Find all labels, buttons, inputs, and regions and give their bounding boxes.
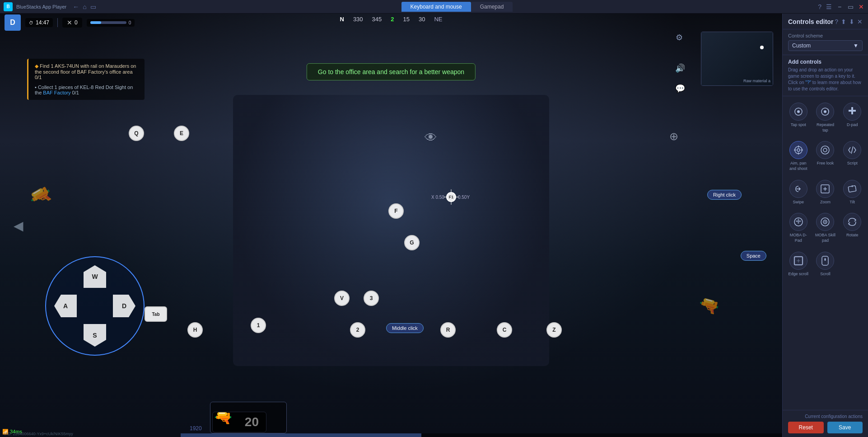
hud-timer: ⏱ 14:47: [25, 18, 53, 27]
ctrl-item-script[interactable]: Script: [840, 138, 864, 174]
controls-panel: Controls editor ? ⬆ ⬇ ✕ Control scheme C…: [782, 14, 868, 437]
maximize-button[interactable]: ▭: [847, 4, 854, 10]
moba-dpad-icon: [789, 213, 807, 231]
e-key-button[interactable]: E: [174, 126, 189, 141]
right-click-button[interactable]: Right click: [707, 190, 742, 200]
minimap-content: Raw material a: [701, 32, 773, 85]
reset-button[interactable]: Reset: [788, 422, 824, 433]
panel-footer: Current configuration actions Reset Save: [783, 410, 868, 437]
help-icon[interactable]: ?: [818, 3, 821, 10]
help-panel-icon[interactable]: ?: [835, 18, 838, 25]
close-button[interactable]: ✕: [858, 4, 864, 10]
ctrl-item-edge-scroll[interactable]: Edge scroll: [786, 249, 811, 280]
player-avatar: D: [5, 14, 21, 31]
tap-spot-icon: [789, 103, 807, 121]
control-grid: Tap spot Repeated tap: [783, 96, 868, 410]
ctrl-item-scroll[interactable]: Scroll: [813, 249, 838, 280]
svg-point-21: [825, 221, 826, 223]
tilt-label: Tilt: [849, 200, 855, 205]
num1-key-button[interactable]: 1: [251, 318, 266, 333]
rotate-icon: [843, 213, 861, 231]
export-icon[interactable]: ⬇: [849, 18, 854, 25]
z-key-button[interactable]: Z: [546, 322, 562, 338]
h-key-button[interactable]: H: [187, 322, 203, 338]
swipe-icon: [789, 180, 807, 198]
close-panel-icon[interactable]: ✕: [857, 18, 863, 25]
f-key-button[interactable]: F: [388, 203, 404, 219]
num2-key-button[interactable]: 2: [350, 322, 365, 338]
center-message: Go to the office area and search for a b…: [307, 63, 476, 80]
compass-2: 2: [391, 16, 394, 23]
repeated-tap-label: Repeated tap: [815, 122, 836, 133]
ctrl-item-zoom[interactable]: Zoom: [813, 177, 838, 208]
minimap-label: Raw material a: [743, 79, 770, 83]
menu-icon[interactable]: ☰: [826, 3, 832, 10]
weapon-slot[interactable]: 🔫: [210, 402, 287, 433]
add-controls-desc: Drag and drop an action on your game scr…: [788, 67, 863, 92]
minimap-player-dot: [760, 46, 764, 49]
quest-panel: ◆ Find 1 AKS-74UN with rail on Marauders…: [27, 59, 145, 100]
r-key-button[interactable]: R: [440, 322, 456, 338]
tab-gamepad[interactable]: Gamepad: [471, 2, 513, 12]
tab-key-button[interactable]: Tab: [145, 306, 167, 322]
edge-scroll-icon: [789, 252, 807, 270]
ctrl-item-free-look[interactable]: Free look: [813, 138, 838, 174]
uid-bar: UID: 2284006640-Yx9+cUk/NIK55myy: [0, 431, 77, 437]
num3-key-button[interactable]: 3: [364, 291, 379, 306]
ctrl-item-rotate[interactable]: Rotate: [840, 210, 864, 246]
g-key-button[interactable]: G: [404, 235, 420, 250]
ctrl-item-moba-dpad[interactable]: MOBA D-Pad: [786, 210, 811, 246]
scheme-row: Control scheme Custom ▼: [783, 29, 868, 55]
import-icon[interactable]: ⬆: [841, 18, 846, 25]
svg-point-3: [824, 110, 826, 113]
game-settings-icon[interactable]: ⚙: [676, 33, 683, 42]
ctrl-item-dpad[interactable]: D-pad: [840, 100, 864, 136]
home-icon[interactable]: ⌂: [83, 3, 86, 10]
ctrl-item-swipe[interactable]: Swipe: [786, 177, 811, 208]
free-look-label: Free look: [817, 161, 834, 166]
ctrl-item-repeated-tap[interactable]: Repeated tap: [813, 100, 838, 136]
svg-rect-28: [824, 258, 826, 261]
ctrl-item-aim-pan-shoot[interactable]: Aim, pan and shoot: [786, 138, 811, 174]
save-button[interactable]: Save: [827, 422, 863, 433]
help-link[interactable]: "?": [805, 80, 811, 85]
footer-note: Current configuration actions: [788, 414, 863, 419]
dpad-icon: [843, 103, 861, 121]
space-key-button[interactable]: Space: [741, 251, 766, 261]
zoom-icon: [816, 180, 834, 198]
svg-point-11: [823, 148, 827, 152]
sound-icon[interactable]: 🔊: [675, 63, 685, 73]
moba-skill-pad-icon: [816, 213, 834, 231]
title-bar-left: B BlueStacks App Player ← ⌂ ▭: [4, 2, 96, 11]
panel-header: Controls editor ? ⬆ ⬇ ✕: [783, 14, 868, 29]
zoom-label: Zoom: [820, 200, 831, 205]
middle-click-button[interactable]: Middle click: [386, 323, 424, 333]
app-name: BlueStacks App Player: [16, 4, 66, 9]
ctrl-item-moba-skill-pad[interactable]: MOBA Skill pad: [813, 210, 838, 246]
factory-link[interactable]: BAF Factory: [43, 90, 70, 95]
svg-line-12: [851, 146, 853, 154]
tab-keyboard-mouse[interactable]: Keyboard and mouse: [401, 2, 471, 12]
main-area: D ⏱ 14:47 ✕ 0 0 N 330 345 2 15: [0, 14, 868, 437]
ctrl-item-tap-spot[interactable]: Tap spot: [786, 100, 811, 136]
title-bar-right: ? ☰ − ▭ ✕: [818, 3, 864, 10]
script-label: Script: [847, 161, 858, 166]
back-icon[interactable]: ←: [73, 3, 79, 10]
minimize-button[interactable]: −: [836, 4, 843, 10]
add-controls-title: Add controls: [788, 59, 863, 65]
aim-pan-shoot-icon: [789, 141, 807, 159]
game-number: 1920: [190, 425, 202, 432]
scheme-select[interactable]: Custom ▼: [788, 40, 863, 51]
q-key-button[interactable]: Q: [129, 126, 144, 141]
rotate-label: Rotate: [846, 233, 859, 238]
quest1-text: Find 1 AKS-74UN with rail on Marauders o…: [35, 63, 136, 80]
chat-icon[interactable]: 💬: [675, 84, 685, 94]
left-arrow[interactable]: ◀: [14, 218, 23, 233]
compass-15: 15: [403, 16, 410, 23]
panel-header-icons: ? ⬆ ⬇ ✕: [835, 18, 863, 25]
v-key-button[interactable]: V: [334, 291, 350, 306]
coords-display: X 0.50 F1 0.50Y: [431, 192, 470, 202]
c-key-button[interactable]: C: [497, 322, 512, 338]
restore-icon[interactable]: ▭: [90, 3, 96, 10]
ctrl-item-tilt[interactable]: Tilt: [840, 177, 864, 208]
